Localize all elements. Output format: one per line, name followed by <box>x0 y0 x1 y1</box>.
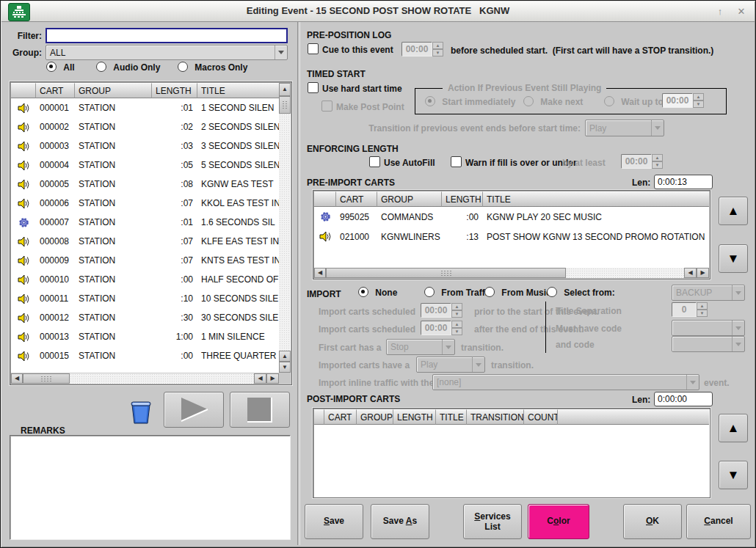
pre-import-move-down-button[interactable]: ▼ <box>719 244 748 273</box>
pre-import-move-up-button[interactable]: ▲ <box>719 197 748 225</box>
table-row[interactable]: 000010STATION:00HALF SECOND OF <box>11 270 279 289</box>
col-count[interactable]: COUNT <box>524 409 558 425</box>
pre-import-hscrollbar[interactable]: ◀ ◀ ▶ <box>314 268 709 278</box>
by-at-least-spinbox[interactable]: 00:00 ▲▼ <box>621 154 663 169</box>
transition-select[interactable]: Play <box>585 120 664 136</box>
table-row[interactable]: 000009STATION:07KNTS EAS TEST IN <box>11 251 279 270</box>
scroll-down-icon[interactable]: ▼ <box>279 362 291 373</box>
cart-list-vscrollbar[interactable]: ▲ ▲ ▼ <box>279 83 291 373</box>
col-cart[interactable]: CART <box>36 83 75 98</box>
close-window-button[interactable]: ✕ <box>732 4 751 19</box>
and-code-select[interactable] <box>672 336 745 352</box>
sched2-spinbox[interactable]: 00:00 ▲▼ <box>421 321 462 335</box>
autofill-checkbox[interactable] <box>369 156 380 167</box>
scroll-left-icon[interactable]: ◀ <box>314 268 326 278</box>
select-from-select[interactable]: BACKUP <box>672 285 745 301</box>
trash-icon[interactable] <box>128 398 153 428</box>
col-length[interactable]: LENGTH <box>442 191 483 207</box>
table-row[interactable]: 995025COMMANDS:00KGNW PLAY 20 SEC MUSIC <box>314 207 709 227</box>
sched1-spinbox[interactable]: 00:00 ▲▼ <box>421 303 462 318</box>
stop-button[interactable] <box>230 392 290 428</box>
group-select[interactable]: ALL <box>46 45 288 60</box>
table-row[interactable]: 000015STATION:00THREE QUARTER <box>11 346 279 365</box>
ok-button[interactable]: OK <box>623 504 682 539</box>
scroll-up-icon[interactable]: ▲ <box>279 351 291 362</box>
col-icon[interactable] <box>314 409 324 425</box>
save-button[interactable]: Save <box>305 504 363 539</box>
filter-radio-macros-only[interactable]: Macros Only <box>178 62 247 74</box>
filter-radio-audio-only[interactable]: Audio Only <box>96 62 160 74</box>
table-row[interactable]: 000007STATION:011.6 SECONDS SIL <box>11 213 279 232</box>
post-import-table[interactable]: CART GROUP LENGTH TITLE TRANSITION COUNT <box>313 408 710 498</box>
col-cart[interactable]: CART <box>336 191 377 207</box>
cart-list[interactable]: CART GROUP LENGTH TITLE 000001STATION:01… <box>10 81 292 385</box>
warn-fill-label: Warn if fill is over or under <box>465 158 577 168</box>
save-as-button[interactable]: Save As <box>371 504 429 539</box>
cue-time-spinbox[interactable]: 00:00 ▲▼ <box>401 42 443 56</box>
table-row[interactable]: 000011STATION:1010 SECONDS SILE <box>11 289 279 308</box>
table-row[interactable]: 000006STATION:07KKOL EAS TEST IN <box>11 194 279 213</box>
filter-radio-all[interactable]: All <box>46 62 75 74</box>
col-title[interactable]: TITLE <box>197 83 279 98</box>
hscroll-thumb[interactable] <box>326 268 566 278</box>
make-next-radio[interactable]: Make next <box>523 96 583 109</box>
scroll-left-icon[interactable]: ◀ <box>254 373 266 384</box>
table-row[interactable]: 000004STATION:055 SECONDS SILEN <box>11 156 279 175</box>
import-from-traffic-radio[interactable]: From Traffic <box>424 287 493 299</box>
col-length[interactable]: LENGTH <box>152 83 197 98</box>
vscroll-thumb[interactable] <box>279 96 291 114</box>
scroll-right-icon[interactable]: ▶ <box>266 373 279 384</box>
scroll-up-icon[interactable]: ▲ <box>279 83 291 96</box>
title-separation-spinbox[interactable]: 0 ▲▼ <box>672 302 708 317</box>
start-immediately-radio[interactable]: Start immediately <box>425 96 515 109</box>
first-transition-select[interactable]: Stop <box>386 339 455 355</box>
scroll-left-icon[interactable]: ◀ <box>684 268 697 278</box>
import-none-radio[interactable]: None <box>358 287 397 299</box>
shade-window-button[interactable]: ↑ <box>710 4 730 19</box>
services-list-button[interactable]: ServicesList <box>463 504 522 539</box>
col-icon[interactable] <box>11 83 36 98</box>
remarks-textarea[interactable] <box>10 435 291 540</box>
cart-list-hscrollbar[interactable]: ◀ ◀ ▶ <box>11 373 279 384</box>
hard-start-checkbox[interactable] <box>308 82 319 93</box>
hscroll-thumb[interactable] <box>23 373 70 384</box>
import-select-from-radio[interactable]: Select from: <box>547 287 615 299</box>
col-cart[interactable]: CART <box>324 409 357 425</box>
col-group[interactable]: GROUP <box>75 83 152 98</box>
table-row[interactable]: 000003STATION:033 SECONDS SILEN <box>11 136 279 156</box>
col-transition[interactable]: TRANSITION <box>467 409 524 425</box>
table-row[interactable]: 000012STATION:3030 SECONDS SILE <box>11 308 279 327</box>
col-title[interactable]: TITLE <box>436 409 467 425</box>
col-icon[interactable] <box>314 191 336 207</box>
post-point-checkbox[interactable] <box>321 101 332 112</box>
title-bar[interactable]: Editing Event - 15 SECOND POST SHOW ROTA… <box>1 1 755 22</box>
scroll-right-icon[interactable]: ▶ <box>697 268 709 278</box>
post-import-move-up-button[interactable]: ▲ <box>719 414 748 442</box>
post-import-move-down-button[interactable]: ▼ <box>719 461 748 489</box>
play-button[interactable] <box>164 392 224 428</box>
table-row[interactable]: 000001STATION:011 SECOND SILEN <box>11 98 279 117</box>
imported-carts-label: Imported carts have a <box>319 360 410 370</box>
filter-input[interactable] <box>46 28 288 43</box>
col-group[interactable]: GROUP <box>357 409 393 425</box>
pre-import-table[interactable]: CART GROUP LENGTH TITLE 995025COMMANDS:0… <box>313 190 710 280</box>
table-row[interactable]: 000013STATION1:001 MIN SILENCE <box>11 327 279 346</box>
wait-time-spinbox[interactable]: 00:00 ▲▼ <box>662 93 704 108</box>
color-button[interactable]: Color <box>528 504 589 539</box>
cue-to-event-checkbox[interactable] <box>308 43 319 54</box>
cancel-button[interactable]: Cancel <box>686 504 751 539</box>
table-row[interactable]: 000008STATION:07KLFE EAS TEST IN <box>11 232 279 251</box>
import-from-music-radio[interactable]: From Music <box>484 287 551 299</box>
col-length[interactable]: LENGTH <box>393 409 436 425</box>
inline-traffic-select[interactable]: [none] <box>432 374 699 390</box>
table-row[interactable]: 021000KGNWLINERS:13POST SHOW KGNW 13 SEC… <box>314 227 709 246</box>
warn-fill-checkbox[interactable] <box>451 156 462 167</box>
wait-up-to-radio[interactable]: Wait up to <box>604 96 664 109</box>
col-group[interactable]: GROUP <box>377 191 442 207</box>
col-title[interactable]: TITLE <box>483 191 709 207</box>
must-have-code-select[interactable] <box>672 320 745 336</box>
scroll-left-icon[interactable]: ◀ <box>11 373 23 384</box>
table-row[interactable]: 000005STATION:08KGNW EAS TEST <box>11 175 279 194</box>
imported-transition-select[interactable]: Play <box>416 357 485 373</box>
table-row[interactable]: 000002STATION:022 SECONDS SILEN <box>11 117 279 136</box>
